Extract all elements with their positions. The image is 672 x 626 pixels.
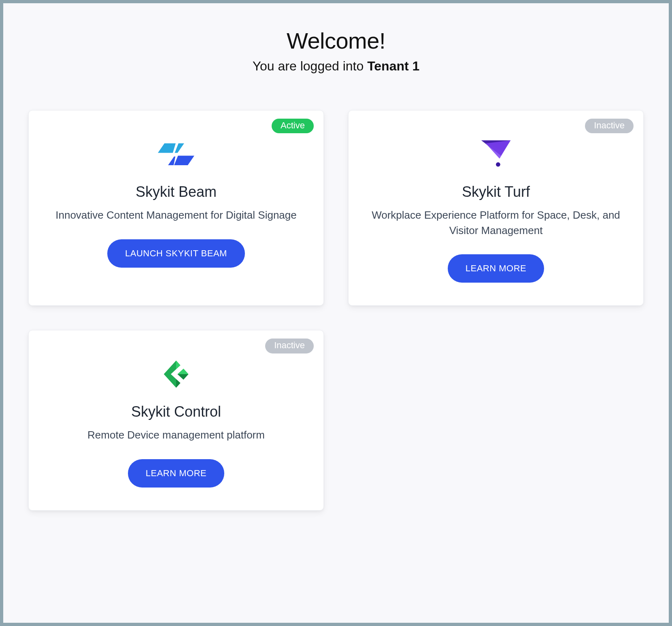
product-title: Skykit Turf (462, 183, 530, 200)
product-description: Remote Device management platform (87, 428, 265, 443)
status-badge: Inactive (585, 119, 634, 133)
status-badge: Inactive (265, 339, 314, 353)
product-title: Skykit Control (131, 403, 221, 420)
svg-marker-6 (486, 141, 510, 159)
product-card-control: Inactive Skykit Control Remote Device ma… (28, 330, 324, 511)
product-description: Workplace Experience Platform for Space,… (370, 208, 621, 238)
page-header: Welcome! You are logged into Tenant 1 (28, 28, 644, 74)
welcome-heading: Welcome! (28, 28, 644, 54)
product-card-turf: Inactive Skykit Turf Workplace Experienc… (348, 110, 644, 306)
svg-point-7 (496, 162, 500, 167)
status-badge: Active (272, 119, 314, 133)
svg-marker-0 (158, 143, 184, 153)
product-card-beam: Active Skykit Beam Innovative Content Ma… (28, 110, 324, 306)
product-title: Skykit Beam (136, 183, 217, 200)
control-icon (156, 355, 196, 394)
svg-marker-1 (168, 156, 194, 165)
beam-icon (156, 135, 196, 174)
product-grid: Active Skykit Beam Innovative Content Ma… (28, 110, 644, 511)
learn-more-control-button[interactable]: LEARN MORE (128, 459, 224, 488)
tenant-name: Tenant 1 (367, 59, 419, 73)
app-frame: Welcome! You are logged into Tenant 1 Ac… (3, 3, 669, 623)
turf-icon (476, 135, 516, 174)
tenant-subheading: You are logged into Tenant 1 (28, 59, 644, 74)
product-description: Innovative Content Management for Digita… (55, 208, 296, 223)
learn-more-turf-button[interactable]: LEARN MORE (448, 254, 544, 283)
subhead-prefix: You are logged into (253, 59, 368, 73)
launch-beam-button[interactable]: LAUNCH SKYKIT BEAM (107, 239, 245, 268)
